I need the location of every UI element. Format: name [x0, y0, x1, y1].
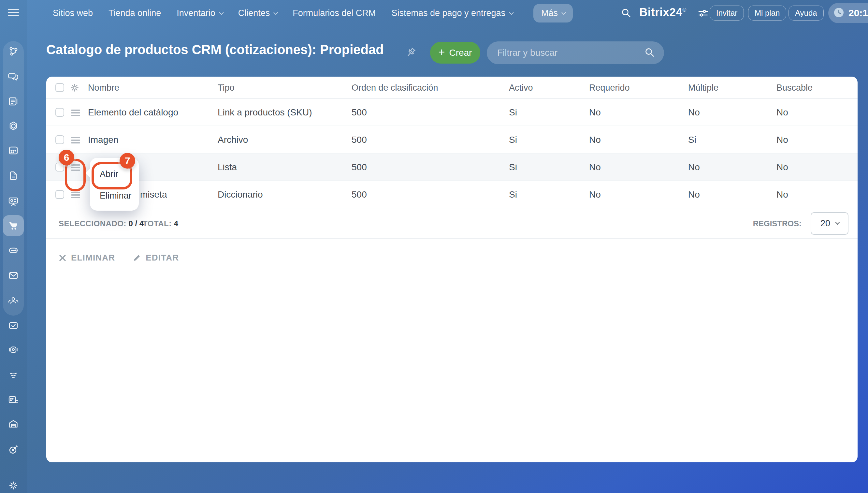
document-icon[interactable]: [7, 170, 19, 181]
column-header-multiple[interactable]: Múltiple: [688, 77, 718, 99]
search-icon[interactable]: [620, 7, 632, 19]
schedule-icon[interactable]: [7, 394, 19, 406]
table-row[interactable]: Elemento del catálogo Link a productos (…: [46, 99, 858, 126]
gear-icon[interactable]: [7, 480, 19, 491]
left-sidebar: [0, 0, 27, 493]
clock-widget[interactable]: 20:11: [828, 3, 868, 23]
calendar-icon[interactable]: [7, 145, 19, 156]
row-menu-handle-icon[interactable]: [71, 164, 80, 172]
row-menu-handle-icon[interactable]: [71, 110, 80, 117]
row-checkbox[interactable]: [55, 135, 64, 144]
cell-activo: Si: [509, 99, 517, 126]
presentation-icon[interactable]: [7, 195, 19, 207]
context-menu-open[interactable]: Abrir: [90, 165, 139, 183]
mail-icon[interactable]: [7, 270, 19, 281]
cell-activo: Si: [509, 126, 517, 154]
cell-buscable: No: [776, 154, 788, 181]
cell-orden: 500: [351, 181, 367, 208]
cell-requerido: No: [589, 126, 601, 154]
records-label: REGISTROS:: [753, 208, 802, 239]
help-button[interactable]: Ayuda: [789, 5, 824, 21]
feed-icon[interactable]: [7, 95, 19, 107]
annotation-badge-6: 6: [59, 150, 74, 165]
bitrix24-logo[interactable]: Bitrix24®: [639, 5, 686, 19]
edit-action-button[interactable]: EDITAR: [133, 253, 179, 263]
nav-sistemas-pago[interactable]: Sistemas de pago y entregas: [391, 8, 512, 18]
my-plan-button[interactable]: Mi plan: [748, 5, 786, 21]
row-checkbox[interactable]: [55, 108, 64, 117]
nav-clientes[interactable]: Clientes: [238, 8, 277, 18]
delete-action-button[interactable]: ELIMINAR: [59, 253, 115, 263]
funnel-icon[interactable]: [7, 369, 19, 381]
row-checkbox[interactable]: [55, 190, 64, 199]
grid-settings-gear-icon[interactable]: [69, 82, 80, 93]
annotation-badge-7: 7: [119, 153, 135, 169]
total-count: TOTAL: 4: [143, 208, 178, 239]
drive-icon[interactable]: [7, 244, 19, 256]
invite-button[interactable]: Invitar: [710, 5, 744, 21]
table-row[interactable]: Imagen Archivo 500 Si No Si No: [46, 126, 858, 154]
records-per-page-select[interactable]: 20: [810, 212, 848, 235]
cell-multiple: No: [688, 99, 700, 126]
cell-buscable: No: [776, 181, 788, 208]
cell-nombre: Elemento del catálogo: [88, 99, 178, 126]
cell-tipo: Diccionario: [218, 181, 263, 208]
preferences-slider-icon[interactable]: [697, 7, 709, 19]
nav-inventario[interactable]: Inventario: [177, 8, 223, 18]
column-header-requerido[interactable]: Requerido: [589, 77, 630, 99]
column-header-nombre[interactable]: Nombre: [88, 77, 119, 99]
cell-nombre: miseta: [140, 181, 167, 208]
cell-orden: 500: [351, 99, 367, 126]
cell-orden: 500: [351, 126, 367, 154]
cart-icon[interactable]: [7, 220, 19, 232]
row-menu-handle-icon[interactable]: [71, 192, 80, 199]
robot-icon[interactable]: [7, 344, 19, 356]
row-menu-handle-icon[interactable]: [71, 137, 80, 145]
nav-sitios-web[interactable]: Sitios web: [53, 8, 93, 18]
cell-activo: Si: [509, 154, 517, 181]
column-header-buscable[interactable]: Buscable: [776, 77, 813, 99]
share-icon[interactable]: [7, 46, 19, 57]
chevron-down-icon: [219, 10, 224, 15]
warehouse-icon[interactable]: [7, 418, 19, 430]
grid-actions: ELIMINAR EDITAR: [59, 253, 179, 263]
chat-icon[interactable]: [7, 71, 19, 83]
table-row[interactable]: Lista 500 Si No No No: [46, 154, 858, 181]
menu-hamburger-icon[interactable]: [8, 9, 19, 16]
filter-search-input[interactable]: [487, 41, 664, 64]
chevron-down-icon: [509, 10, 513, 15]
nav-tienda-online[interactable]: Tienda online: [109, 8, 161, 18]
pencil-icon: [133, 254, 141, 262]
create-button[interactable]: Crear: [430, 42, 480, 64]
chevron-down-icon: [562, 10, 566, 15]
filter-search-box: [487, 41, 664, 64]
cell-requerido: No: [589, 154, 601, 181]
target-icon[interactable]: [7, 444, 19, 455]
nav-formularios-crm[interactable]: Formularios del CRM: [293, 8, 376, 18]
table-row[interactable]: miseta Diccionario 500 Si No No No: [46, 181, 858, 208]
column-header-tipo[interactable]: Tipo: [218, 77, 235, 99]
cell-multiple: Si: [688, 126, 696, 154]
properties-grid: Nombre Tipo Orden de clasificación Activ…: [46, 77, 858, 462]
users-icon[interactable]: [7, 295, 19, 306]
hexagon-icon[interactable]: [7, 120, 19, 132]
nav-more-button[interactable]: Más: [533, 4, 573, 22]
grid-summary-bar: SELECCIONADO: 0 / 4 TOTAL: 4 REGISTROS: …: [46, 208, 858, 239]
x-icon: [59, 254, 66, 262]
column-header-orden[interactable]: Orden de clasificación: [351, 77, 438, 99]
top-nav: Sitios web Tienda online Inventario Clie…: [53, 0, 573, 26]
context-menu-delete[interactable]: Eliminar: [90, 187, 139, 205]
cell-multiple: No: [688, 181, 700, 208]
plus-icon: [438, 48, 445, 58]
clock-icon: [834, 7, 844, 19]
select-all-checkbox[interactable]: [55, 83, 64, 92]
column-header-activo[interactable]: Activo: [509, 77, 533, 99]
search-icon[interactable]: [644, 47, 656, 59]
cell-tipo: Link a productos (SKU): [218, 99, 312, 126]
cell-nombre: Imagen: [88, 126, 118, 154]
cell-buscable: No: [776, 99, 788, 126]
cell-orden: 500: [351, 154, 367, 181]
cell-activo: Si: [509, 181, 517, 208]
pin-icon[interactable]: [403, 46, 418, 60]
tasks-icon[interactable]: [7, 320, 19, 331]
